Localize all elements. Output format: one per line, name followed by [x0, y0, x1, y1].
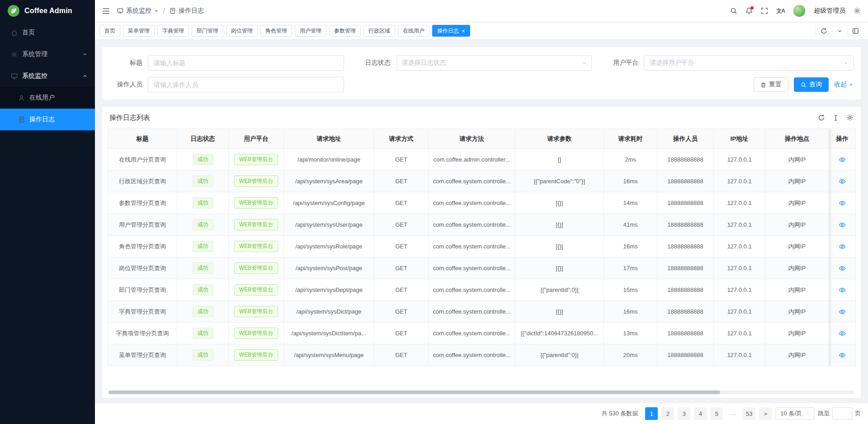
fullscreen-icon[interactable] — [761, 7, 768, 14]
trash-icon — [760, 82, 766, 88]
tab-label: 行政区域 — [368, 27, 390, 35]
view-detail-eye-icon[interactable] — [839, 200, 846, 207]
cell-status: 成功 — [177, 236, 229, 257]
sidebar-item-operation-log[interactable]: 操作日志 — [0, 109, 95, 130]
jump-prefix-label: 跳至 — [818, 410, 830, 418]
view-detail-eye-icon[interactable] — [839, 330, 846, 337]
operation-location: 内网IP — [788, 200, 806, 206]
tab[interactable]: 首页 — [99, 25, 120, 37]
sidebar-item-system-monitor[interactable]: 系统监控 — [0, 65, 95, 87]
search-button[interactable]: 查询 — [794, 77, 829, 92]
cell-request-method: GET — [374, 236, 429, 257]
reset-button[interactable]: 重置 — [754, 77, 788, 92]
tab[interactable]: 在线用户 — [398, 25, 429, 37]
cell-location: 内网IP — [765, 279, 829, 301]
home-icon — [11, 29, 18, 36]
status-select[interactable]: 请选择日志状态 — [396, 55, 592, 71]
page-button[interactable]: 53 — [743, 407, 755, 420]
operator: 18888888888 — [667, 286, 703, 293]
cell-request-url: /api/system/sysDictItem/pa... — [284, 323, 374, 344]
page-button[interactable]: 2 — [661, 407, 674, 420]
platform-badge: WEB管理后台 — [234, 154, 278, 165]
tab[interactable]: 参数管理 — [329, 25, 361, 37]
gear-icon — [11, 51, 18, 58]
title-input[interactable] — [148, 55, 344, 71]
user-name[interactable]: 超级管理员 — [814, 7, 845, 15]
tab-label: 在线用户 — [403, 27, 425, 35]
cell-platform: WEB管理后台 — [229, 192, 284, 214]
row-height-icon[interactable] — [832, 114, 839, 121]
avatar[interactable] — [793, 5, 806, 17]
page-button[interactable]: 5 — [710, 407, 723, 420]
jump-page-input[interactable] — [832, 407, 852, 420]
cell-title: 字典管理分页查询 — [108, 301, 177, 323]
tab-close-icon[interactable]: × — [462, 28, 465, 34]
settings-gear-icon[interactable] — [854, 7, 861, 14]
view-detail-eye-icon[interactable] — [839, 308, 846, 315]
cell-location: 内网IP — [765, 171, 829, 192]
cell-status: 成功 — [177, 279, 229, 301]
refresh-icon[interactable] — [816, 25, 832, 37]
sidebar-item-system-management[interactable]: 系统管理 — [0, 43, 95, 65]
view-detail-eye-icon[interactable] — [839, 352, 846, 359]
translate-icon[interactable]: 文A — [776, 7, 785, 15]
cell-request-method: GET — [374, 344, 429, 366]
next-page-button[interactable]: > — [759, 407, 772, 420]
view-detail-eye-icon[interactable] — [839, 221, 846, 229]
notification-dot — [750, 6, 754, 10]
cell-ip: 127.0.0.1 — [714, 344, 765, 366]
request-method: GET — [395, 265, 407, 272]
page-button[interactable]: 3 — [678, 407, 690, 420]
tab[interactable]: 操作日志 × — [432, 25, 470, 37]
tab[interactable]: 行政区域 — [363, 25, 395, 37]
cell-location: 内网IP — [765, 257, 829, 279]
cell-ip: 127.0.0.1 — [714, 323, 765, 344]
chevron-down-icon[interactable] — [832, 25, 847, 37]
tab[interactable]: 角色管理 — [260, 25, 292, 37]
view-detail-eye-icon[interactable] — [839, 156, 846, 163]
request-params: [{}] — [556, 200, 563, 206]
view-detail-eye-icon[interactable] — [839, 265, 846, 272]
page-button[interactable]: ··· — [726, 407, 739, 420]
request-duration: 16ms — [623, 178, 638, 185]
table-row: 菜单管理分页查询 成功 WEB管理后台 /api/system/sysMenu/… — [108, 344, 856, 366]
tab[interactable]: 字典管理 — [157, 25, 189, 37]
filter-field-platform: 用户平台 请选择用户平台 — [605, 55, 854, 71]
cell-ip: 127.0.0.1 — [714, 214, 765, 236]
sidebar-item-home[interactable]: 首页 — [0, 22, 95, 43]
refresh-icon[interactable] — [818, 114, 825, 121]
page-button[interactable]: 4 — [694, 407, 707, 420]
view-detail-eye-icon[interactable] — [839, 243, 846, 250]
notification-bell[interactable] — [745, 7, 753, 14]
sidebar-item-label: 系统管理 — [22, 50, 47, 58]
platform-select[interactable]: 请选择用户平台 — [644, 55, 854, 71]
horizontal-scrollbar-thumb[interactable] — [108, 391, 720, 394]
tab[interactable]: 岗位管理 — [226, 25, 258, 37]
cell-duration: 15ms — [604, 279, 657, 301]
sidebar-item-online-users[interactable]: 在线用户 — [0, 87, 95, 109]
menu-fold-icon[interactable] — [102, 7, 110, 15]
page-size-select[interactable]: 10 条/页 — [775, 407, 814, 420]
cell-platform: WEB管理后台 — [229, 301, 284, 323]
view-detail-eye-icon[interactable] — [839, 286, 846, 294]
tab-label: 岗位管理 — [231, 27, 253, 35]
page-button[interactable]: 1 — [645, 407, 658, 420]
tab[interactable]: 菜单管理 — [123, 25, 155, 37]
layout-icon[interactable] — [847, 25, 863, 37]
column-header: 用户平台 — [229, 129, 284, 149]
tabs-bar: 首页 菜单管理 字典管理 部门管理 岗位管理 角色管理 用户管理 参数管理 行政… — [95, 22, 868, 40]
cell-request-function: com.coffee.system.controlle... — [429, 257, 515, 279]
breadcrumb-level1[interactable]: 系统监控 — [126, 7, 151, 15]
search-icon[interactable] — [730, 7, 737, 14]
cell-request-method: GET — [374, 279, 429, 301]
cell-platform: WEB管理后台 — [229, 171, 284, 192]
collapse-toggle[interactable]: 收起 — [834, 81, 854, 89]
view-detail-eye-icon[interactable] — [839, 178, 846, 185]
column-settings-gear-icon[interactable] — [846, 114, 854, 121]
request-url: /api/system/sysUser/page — [295, 221, 363, 228]
tab[interactable]: 部门管理 — [192, 25, 223, 37]
operator-input[interactable] — [148, 77, 344, 92]
status-badge: 成功 — [193, 328, 213, 339]
cell-ip: 127.0.0.1 — [714, 171, 765, 192]
tab[interactable]: 用户管理 — [295, 25, 326, 37]
